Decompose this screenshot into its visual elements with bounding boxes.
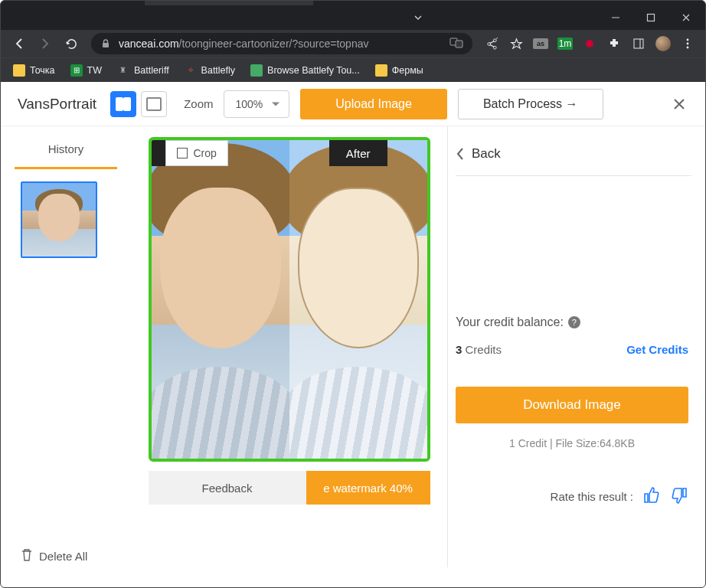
svg-rect-3 [456, 41, 462, 47]
svg-rect-1 [103, 43, 109, 47]
svg-point-5 [487, 42, 490, 45]
after-pane [289, 140, 427, 459]
download-image-button[interactable]: Download Image [456, 387, 688, 423]
svg-point-11 [687, 43, 689, 45]
single-view-button[interactable] [141, 91, 167, 117]
tab-strip: NozNet.ru AI Toongineer Cartoonizer | Tu… [1, 0, 705, 5]
sidepanel-icon[interactable] [627, 32, 650, 55]
omnibox[interactable]: vanceai.com/toongineer-cartoonizer/?sour… [91, 33, 472, 54]
upload-image-button[interactable]: Upload Image [300, 89, 447, 119]
svg-rect-8 [634, 39, 643, 48]
bookmark-item[interactable]: Фермы [369, 61, 430, 80]
menu-icon[interactable] [676, 32, 699, 55]
app-brand: VansPortrait [18, 96, 96, 113]
share-icon[interactable] [480, 32, 503, 55]
profile-avatar[interactable] [652, 32, 675, 55]
rate-label: Rate this result : [551, 490, 633, 503]
chevron-down-icon[interactable] [400, 5, 436, 30]
extension-lastfm-icon[interactable]: as [529, 32, 552, 55]
back-button[interactable] [7, 31, 31, 56]
forward-button[interactable] [33, 31, 57, 56]
bookmarks-bar: Точка ⊞TW ♜Battleriff ✧Battlefly Browse … [1, 57, 705, 82]
bookmark-item[interactable]: Browse Battlefy Tou... [244, 61, 366, 80]
chevron-left-icon [456, 147, 464, 161]
zoom-select[interactable]: 100% [224, 90, 289, 118]
svg-point-7 [586, 40, 593, 47]
extension-dot-icon[interactable] [578, 32, 601, 55]
thumbs-down-icon[interactable] [670, 486, 688, 507]
bookmark-item[interactable]: ⊞TW [64, 61, 108, 80]
new-tab-button[interactable] [318, 0, 339, 4]
bookmark-item[interactable]: Точка [7, 61, 61, 80]
batch-process-button[interactable]: Batch Process → [458, 89, 603, 119]
history-header: History [15, 131, 117, 169]
bookmark-item[interactable]: ♜Battleriff [111, 61, 175, 80]
minimize-button[interactable] [598, 5, 633, 30]
split-view-button[interactable] [110, 91, 136, 117]
crop-icon [177, 148, 188, 158]
file-info: 1 Credit | File Size:64.8KB [456, 437, 688, 449]
before-pane [152, 140, 289, 459]
credit-row: 3 Credits Get Credits [456, 343, 688, 356]
star-icon[interactable] [505, 32, 528, 55]
view-mode-toggle [110, 91, 167, 117]
browser-tab[interactable]: NozNet.ru [7, 0, 145, 5]
delete-all-button[interactable]: Delete All [21, 548, 87, 564]
svg-rect-13 [116, 98, 123, 110]
get-credits-link[interactable]: Get Credits [626, 343, 688, 356]
extensions-icon[interactable] [603, 32, 626, 55]
svg-rect-15 [147, 98, 161, 110]
svg-point-6 [493, 46, 496, 49]
close-window-button[interactable] [668, 5, 704, 30]
credit-balance-label: Your credit balance: ? [456, 315, 688, 329]
history-sidebar: History [1, 126, 131, 567]
svg-rect-0 [648, 15, 655, 21]
thumbs-up-icon[interactable] [642, 486, 661, 507]
svg-rect-14 [124, 98, 130, 110]
lock-icon [100, 38, 111, 49]
reload-button[interactable] [59, 31, 83, 56]
maximize-button[interactable] [633, 5, 668, 30]
rate-row: Rate this result : [456, 486, 688, 507]
compare-viewer[interactable]: Crop After [149, 137, 430, 462]
help-icon[interactable]: ? [568, 316, 580, 328]
feedback-button[interactable]: Feedback [149, 471, 306, 505]
svg-point-4 [493, 38, 496, 41]
extension-area: as 1m [480, 32, 699, 55]
trash-icon [21, 548, 33, 564]
close-icon[interactable] [670, 95, 688, 113]
after-label: After [329, 140, 387, 166]
url-text: vanceai.com/toongineer-cartoonizer/?sour… [119, 38, 442, 50]
bookmark-item[interactable]: ✧Battlefly [178, 61, 241, 80]
zoom-label: Zoom [184, 97, 213, 110]
app-body: History Crop After [1, 126, 705, 567]
editor-area: Crop After Feedback e watermark 40% [131, 126, 447, 567]
back-button[interactable]: Back [456, 139, 688, 169]
browser-tab[interactable]: AI Toongineer Cartoonizer | Turn Ph [145, 0, 313, 5]
app-toolbar: VansPortrait Zoom 100% Upload Image Batc… [1, 82, 705, 126]
address-bar: vanceai.com/toongineer-cartoonizer/?sour… [1, 30, 705, 57]
svg-point-12 [687, 47, 689, 49]
credit-count: 3 [456, 343, 462, 356]
extension-badge-icon[interactable]: 1m [554, 32, 577, 55]
window-controls [1, 5, 705, 30]
side-panel: Back Your credit balance: ? 3 Credits Ge… [448, 126, 705, 567]
divider [456, 175, 691, 176]
crop-button[interactable]: Crop [165, 140, 228, 166]
watermark-button[interactable]: e watermark 40% [306, 471, 430, 505]
before-handle [152, 140, 165, 166]
translate-icon[interactable] [449, 36, 463, 52]
browser-chrome: NozNet.ru AI Toongineer Cartoonizer | Tu… [1, 1, 705, 82]
svg-point-10 [687, 39, 689, 41]
editor-bottom-actions: Feedback e watermark 40% [149, 471, 430, 505]
app-content: VansPortrait Zoom 100% Upload Image Batc… [1, 82, 705, 567]
history-thumbnail[interactable] [21, 181, 97, 258]
